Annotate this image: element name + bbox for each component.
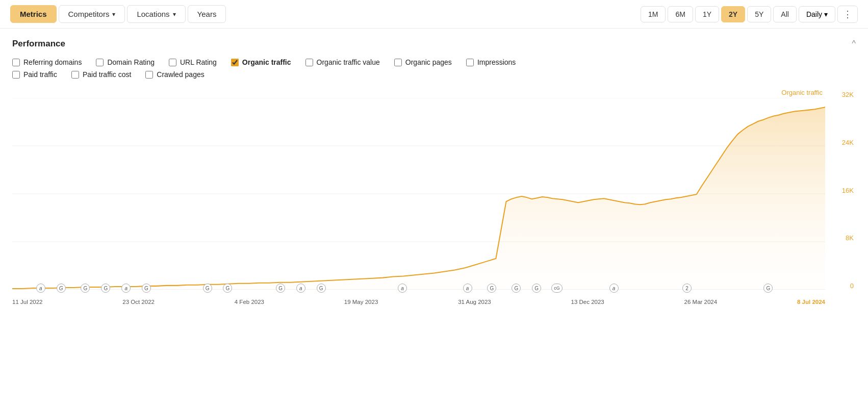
y-label-8k: 8K <box>846 234 854 242</box>
chart-series-label: Organic traffic <box>781 89 823 96</box>
event-a-3[interactable]: a <box>296 284 305 293</box>
cb-impressions[interactable]: Impressions <box>466 58 516 66</box>
cb-url-rating[interactable]: URL Rating <box>169 58 217 66</box>
performance-title: Performance <box>12 39 65 49</box>
event-a-4[interactable]: a <box>398 284 407 293</box>
cb-paid-traffic-cost-input[interactable] <box>71 71 79 79</box>
event-2[interactable]: 2 <box>682 284 692 293</box>
event-g-10[interactable]: G <box>512 284 521 293</box>
range-5y[interactable]: 5Y <box>747 6 771 22</box>
cb-impressions-label: Impressions <box>477 58 516 66</box>
event-g-8[interactable]: G <box>317 284 326 293</box>
tab-years[interactable]: Years <box>188 5 226 23</box>
range-2y[interactable]: 2Y <box>721 6 745 22</box>
cb-organic-traffic-value-label: Organic traffic value <box>317 58 380 66</box>
cb-paid-traffic-label: Paid traffic <box>23 70 57 79</box>
cb-organic-pages[interactable]: Organic pages <box>394 58 452 66</box>
cb-organic-traffic[interactable]: Organic traffic <box>231 58 291 66</box>
checkboxes-row1: Referring domains Domain Rating URL Rati… <box>12 58 856 66</box>
x-label-7: 8 Jul 2024 <box>797 299 825 305</box>
cb-domain-rating-label: Domain Rating <box>107 58 155 66</box>
event-a-1[interactable]: a <box>36 284 45 293</box>
cb-paid-traffic[interactable]: Paid traffic <box>12 70 57 79</box>
granularity-button[interactable]: Daily ▾ <box>799 6 835 22</box>
event-g-11[interactable]: G <box>532 284 541 293</box>
cb-referring-domains[interactable]: Referring domains <box>12 58 82 66</box>
event-g-3[interactable]: G <box>101 284 110 293</box>
cb-domain-rating-input[interactable] <box>96 59 104 66</box>
chart-area: Organic traffic 32K 24K 16K 8K 0 <box>12 91 856 305</box>
chevron-down-icon: ▾ <box>824 10 828 18</box>
chart-svg <box>12 98 825 290</box>
event-g-2[interactable]: G <box>81 284 90 293</box>
cb-crawled-pages-input[interactable] <box>145 71 153 79</box>
range-all[interactable]: All <box>773 6 797 22</box>
tab-competitors[interactable]: Competitors <box>59 5 125 23</box>
x-label-1: 23 Oct 2022 <box>122 299 155 305</box>
x-label-2: 4 Feb 2023 <box>235 299 264 305</box>
event-a-5[interactable]: a <box>463 284 472 293</box>
range-1y[interactable]: 1Y <box>695 6 719 22</box>
x-label-0: 11 Jul 2022 <box>12 299 42 305</box>
range-1m[interactable]: 1M <box>641 6 666 22</box>
event-g-12[interactable]: G <box>763 284 773 293</box>
event-g-1[interactable]: G <box>57 284 66 293</box>
cb-paid-traffic-cost[interactable]: Paid traffic cost <box>71 70 131 79</box>
collapse-button[interactable]: ^ <box>852 39 856 48</box>
content-area: Performance ^ Referring domains Domain R… <box>0 29 868 315</box>
top-bar: Metrics Competitors Locations Years 1M 6… <box>0 0 868 29</box>
x-label-4: 31 Aug 2023 <box>458 299 491 305</box>
event-g-9[interactable]: G <box>487 284 496 293</box>
x-label-6: 26 Mar 2024 <box>684 299 718 305</box>
cb-crawled-pages-label: Crawled pages <box>157 70 204 79</box>
cb-organic-traffic-input[interactable] <box>231 59 239 66</box>
cb-organic-traffic-value-input[interactable] <box>305 59 313 66</box>
range-6m[interactable]: 6M <box>668 6 693 22</box>
event-g-7[interactable]: G <box>276 284 285 293</box>
cb-paid-traffic-cost-label: Paid traffic cost <box>83 70 131 79</box>
cb-url-rating-input[interactable] <box>169 59 176 66</box>
top-bar-right: 1M 6M 1Y 2Y 5Y All Daily ▾ ⋮ <box>641 6 858 23</box>
cb-url-rating-label: URL Rating <box>180 58 217 66</box>
performance-header: Performance ^ <box>12 39 856 49</box>
event-g-4[interactable]: G <box>142 284 151 293</box>
checkboxes-row2: Paid traffic Paid traffic cost Crawled p… <box>12 70 856 79</box>
cb-impressions-input[interactable] <box>466 59 474 66</box>
cb-organic-pages-label: Organic pages <box>405 58 452 66</box>
top-bar-left: Metrics Competitors Locations Years <box>10 5 226 23</box>
chart-x-axis: 11 Jul 2022 23 Oct 2022 4 Feb 2023 19 Ma… <box>12 299 825 305</box>
event-a-2[interactable]: a <box>121 284 131 293</box>
event-a-6[interactable]: a <box>609 284 619 293</box>
cb-organic-pages-input[interactable] <box>394 59 402 66</box>
cb-referring-domains-label: Referring domains <box>23 58 82 66</box>
chart-y-axis: 32K 24K 16K 8K 0 <box>842 91 856 290</box>
cb-crawled-pages[interactable]: Crawled pages <box>145 70 204 79</box>
x-label-3: 19 May 2023 <box>344 299 378 305</box>
cb-organic-traffic-value[interactable]: Organic traffic value <box>305 58 380 66</box>
cb-paid-traffic-input[interactable] <box>12 71 20 79</box>
y-label-24k: 24K <box>842 139 854 146</box>
event-g-6[interactable]: G <box>223 284 232 293</box>
event-markers: a G G G a G G G G a G a a G G G cG a 2 G <box>12 284 825 294</box>
event-cg-1[interactable]: cG <box>551 284 563 293</box>
y-label-32k: 32K <box>842 91 854 98</box>
x-label-5: 13 Dec 2023 <box>571 299 604 305</box>
cb-organic-traffic-label: Organic traffic <box>242 58 291 66</box>
y-label-0: 0 <box>850 282 854 290</box>
tab-locations[interactable]: Locations <box>127 5 185 23</box>
event-g-5[interactable]: G <box>203 284 212 293</box>
more-options-button[interactable]: ⋮ <box>837 6 858 23</box>
cb-referring-domains-input[interactable] <box>12 59 20 66</box>
y-label-16k: 16K <box>842 187 854 194</box>
cb-domain-rating[interactable]: Domain Rating <box>96 58 155 66</box>
tab-metrics[interactable]: Metrics <box>10 5 57 23</box>
